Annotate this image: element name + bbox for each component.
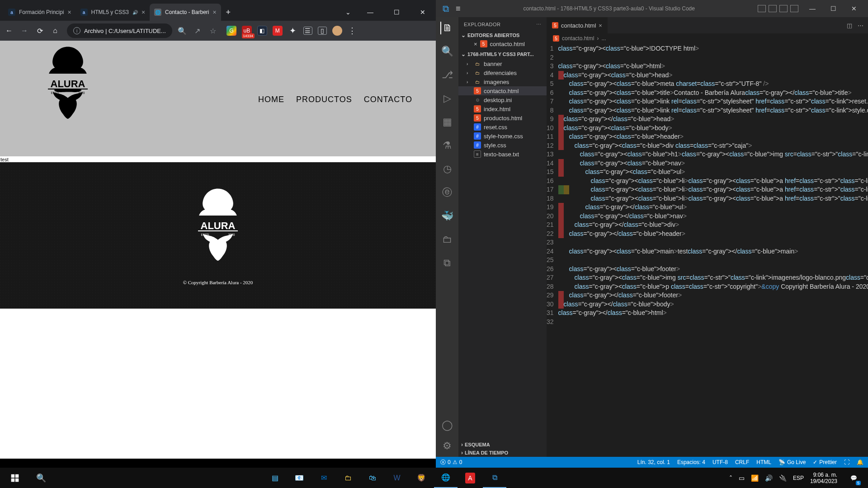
new-tab-button[interactable]: + [221, 4, 236, 21]
taskbar-app-vscode[interactable]: ⧉ [483, 468, 506, 488]
start-button[interactable] [3, 468, 27, 488]
tray-volume-icon[interactable]: 🔊 [765, 474, 773, 482]
maximize-button[interactable]: ☐ [823, 1, 844, 16]
taskbar-app-outlook[interactable]: ✉ [312, 468, 335, 488]
gmail-icon[interactable]: M [273, 26, 283, 36]
tree-item-diferenciales[interactable]: ›🗀diferenciales [458, 68, 547, 77]
settings-gear-icon[interactable]: ⚙ [441, 440, 453, 452]
info-icon[interactable]: i [73, 27, 80, 34]
esquema-section[interactable]: ›ESQUEMA [458, 441, 547, 449]
tree-item-banner[interactable]: ›🗀banner [458, 59, 547, 68]
close-button[interactable]: ✕ [844, 1, 864, 16]
tab-html5[interactable]: a HTML5 y CSS3 🔊 × [76, 4, 150, 21]
nav-link-productos[interactable]: PRODUCTOS [296, 95, 352, 104]
reading-list-icon[interactable]: ☰ [303, 27, 312, 35]
tree-item-style-css[interactable]: #style.css [458, 141, 547, 150]
more-icon[interactable]: ⋯ [536, 22, 542, 28]
tab-formacion[interactable]: a Formación Principi × [4, 4, 76, 21]
close-button[interactable]: ✕ [410, 4, 436, 21]
google-translate-icon[interactable]: G [226, 26, 236, 36]
action-center-button[interactable]: 💬5 [844, 468, 863, 488]
taskbar-app-brave[interactable]: 🦁 [410, 468, 433, 488]
code-editor[interactable]: 1234567891011121314151617181920212223242… [547, 43, 868, 457]
source-control-icon[interactable]: ⎇ [441, 69, 453, 81]
tray-battery-icon[interactable]: ▭ [739, 474, 745, 482]
bookmark-icon[interactable]: ☆ [208, 27, 218, 35]
docker-icon[interactable]: 🐳 [441, 210, 453, 222]
extensions-icon[interactable]: ▦ [441, 116, 453, 128]
status-golive[interactable]: 📡 Go Live [778, 459, 806, 465]
status-bell-icon[interactable]: 🔔 [857, 459, 863, 465]
close-icon[interactable]: × [599, 22, 602, 29]
status-feedback-icon[interactable]: ⛶ [844, 459, 849, 465]
taskbar-app-acrobat[interactable]: A [458, 468, 482, 488]
status-position[interactable]: Lín. 32, col. 1 [637, 459, 670, 465]
back-button[interactable]: ← [4, 27, 14, 35]
tree-item-imagenes[interactable]: ›🗀imagenes [458, 77, 547, 86]
open-editor-file[interactable]: × 5 contacto.html [458, 39, 547, 48]
status-prettier[interactable]: ✓ Prettier [813, 459, 837, 465]
status-lang[interactable]: HTML [756, 459, 771, 465]
zoom-icon[interactable]: 🔍 [177, 27, 188, 35]
linea-section[interactable]: ›LÍNEA DE TIEMPO [458, 449, 547, 457]
tree-item-reset-css[interactable]: #reset.css [458, 122, 547, 131]
nav-link-contacto[interactable]: CONTACTO [364, 95, 412, 104]
live-server-icon[interactable]: ◷ [441, 163, 453, 175]
close-icon[interactable]: × [67, 9, 71, 16]
nav-link-home[interactable]: HOME [258, 95, 284, 104]
status-encoding[interactable]: UTF-8 [712, 459, 728, 465]
search-button[interactable]: 🔍 [29, 468, 53, 488]
split-editor-icon[interactable]: ◫ [847, 22, 852, 29]
editor-tab-contacto[interactable]: 5 contacto.html × [547, 17, 608, 33]
tree-item-desktop-ini[interactable]: ⚙desktop.ini [458, 95, 547, 104]
code-content[interactable]: class="c-gray"><class="c-blue">!DOCTYPE … [558, 43, 868, 457]
tree-item-style-home-css[interactable]: #style-home.css [458, 131, 547, 141]
chrome-menu-button[interactable]: ⋮ [347, 26, 358, 36]
home-button[interactable]: ⌂ [50, 27, 61, 35]
minimize-button[interactable]: — [357, 4, 383, 21]
customize-layout-icon[interactable] [790, 5, 798, 12]
address-bar[interactable]: i Archivo | C:/Users/LATITUDE... [67, 23, 172, 38]
tray-language[interactable]: ESP [793, 475, 804, 481]
testing-icon[interactable]: ⚗ [441, 139, 453, 152]
tray-chevron-icon[interactable]: ˄ [729, 474, 732, 482]
toggle-secondary-icon[interactable] [779, 5, 788, 12]
taskbar-app-files[interactable]: ▤ [263, 468, 287, 488]
taskbar-app-store[interactable]: 🛍 [361, 468, 384, 488]
breadcrumb[interactable]: 5 contacto.html › ... [547, 33, 868, 43]
status-eol[interactable]: CRLF [735, 459, 749, 465]
workspace-section[interactable]: ⌄1768-HTML5 Y CSS3 PART... [458, 50, 547, 58]
more-icon[interactable]: ⋯ [858, 22, 863, 29]
project-manager-icon[interactable]: 🗀 [441, 233, 453, 246]
tab-contacto[interactable]: 🌐 Contacto - Barberi × [150, 4, 221, 21]
tab-search-button[interactable]: ⌄ [339, 4, 357, 21]
profile-avatar[interactable] [332, 26, 342, 36]
taskbar-app-mail[interactable]: 📧 [288, 468, 311, 488]
extensions-puzzle-icon[interactable]: ✦ [288, 26, 298, 36]
taskbar-clock[interactable]: 9:06 a. m. 19/04/2023 [810, 472, 837, 484]
maximize-button[interactable]: ☐ [383, 4, 410, 21]
tray-power-icon[interactable]: 🔌 [779, 474, 787, 482]
taskbar-app-explorer[interactable]: 🗀 [336, 468, 360, 488]
tray-wifi-icon[interactable]: 📶 [751, 474, 759, 482]
search-icon[interactable]: 🔍 [441, 45, 453, 58]
extension-icon[interactable]: ◧ [257, 26, 267, 36]
accounts-icon[interactable]: ◯ [441, 419, 453, 432]
hamburger-menu[interactable]: ≡ [456, 4, 461, 14]
share-icon[interactable]: ↗ [192, 27, 203, 35]
status-spaces[interactable]: Espacios: 4 [677, 459, 705, 465]
toggle-panel-icon[interactable] [769, 5, 777, 12]
close-icon[interactable]: × [213, 9, 217, 16]
close-icon[interactable]: × [474, 41, 477, 47]
close-icon[interactable]: × [142, 9, 145, 16]
tree-item-contacto-html[interactable]: 5contacto.html [458, 86, 547, 95]
run-debug-icon[interactable]: ▷ [441, 92, 453, 105]
tree-item-texto-base-txt[interactable]: ≡texto-base.txt [458, 150, 547, 159]
side-panel-icon[interactable]: ▯ [318, 27, 327, 35]
taskbar-app-word[interactable]: W [385, 468, 409, 488]
tree-item-productos-html[interactable]: 5productos.html [458, 113, 547, 122]
open-editors-section[interactable]: ⌄EDITORES ABIERTOS [458, 31, 547, 39]
toggle-sidebar-icon[interactable] [758, 5, 766, 12]
explorer-icon[interactable]: 🗎 [440, 22, 453, 34]
audio-icon[interactable]: 🔊 [132, 10, 138, 15]
